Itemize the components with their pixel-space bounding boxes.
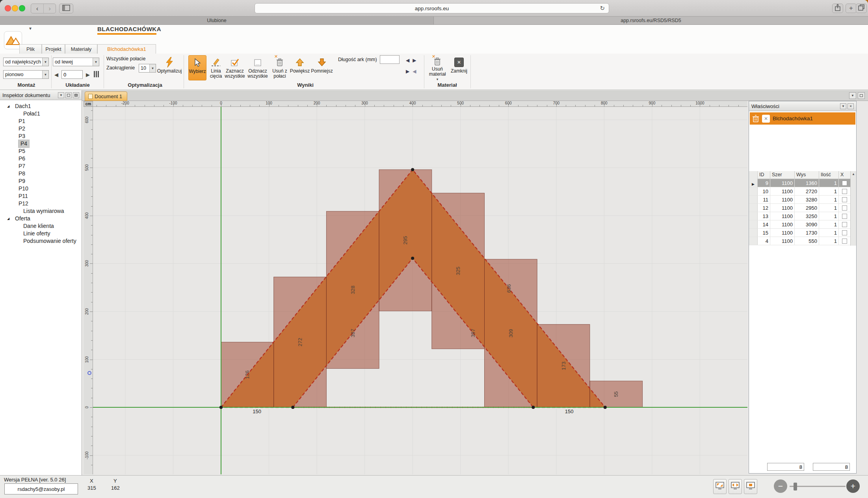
inspector-title-bar[interactable]: Inspektor dokumentu ▼ [0, 90, 82, 100]
ribbon-tab-blchodachowka1[interactable]: Blchodachówka1 [97, 44, 156, 54]
prev-sheet-icon[interactable]: ◀ [406, 58, 409, 63]
tree-item-p2[interactable]: P2 [0, 125, 82, 132]
tree-item-dach1[interactable]: ◢Dach1 [0, 103, 82, 110]
row-checkbox[interactable] [842, 181, 847, 186]
footer-input-2[interactable] [813, 463, 850, 471]
sort-order-select[interactable]: od największych▼ [3, 58, 49, 66]
tree-item-p5[interactable]: P5 [0, 147, 82, 155]
tree-expander-icon[interactable]: ◢ [7, 215, 9, 222]
tree-item-p1[interactable]: P1 [0, 118, 82, 125]
zoom-out-circle-button[interactable]: − [774, 479, 787, 493]
remove-material-button[interactable]: ✕ Usuń materiał ▾ [427, 55, 448, 82]
material-row-11[interactable]: 11110032801 [749, 196, 851, 204]
table-scrollbar[interactable]: ▲ [850, 171, 856, 246]
properties-title-bar[interactable]: Właściwości ▼ ✕ [749, 101, 856, 111]
material-row-13[interactable]: 13110032501 [749, 212, 851, 220]
align-from-select[interactable]: od lewej▼ [53, 58, 99, 66]
tree-item-p10[interactable]: P10 [0, 185, 82, 192]
optimize-button[interactable]: Optymalizuj [157, 55, 182, 80]
vertex-dot[interactable] [411, 257, 414, 260]
row-checkbox[interactable] [842, 239, 847, 244]
tree-expander-icon[interactable]: ◢ [7, 103, 9, 110]
material-row-4[interactable]: 411005501 [749, 237, 851, 245]
column-header-1[interactable]: Szer [770, 171, 795, 179]
roof-drawing[interactable]: 13627232829532530917355397397636150150 [93, 107, 747, 474]
ribbon-tab-plik[interactable]: Plik [19, 44, 42, 54]
row-checkbox[interactable] [842, 214, 847, 219]
material-row-14[interactable]: 14110030901 [749, 220, 851, 229]
show-tabs-button[interactable] [856, 4, 867, 13]
row-checkbox[interactable] [842, 205, 847, 211]
offset-input[interactable] [61, 70, 83, 79]
panel-close-icon[interactable]: ✕ [848, 103, 854, 109]
tree-item-p7[interactable]: P7 [0, 162, 82, 170]
delete-material-icon[interactable] [752, 115, 759, 123]
new-tab-button[interactable]: + [846, 4, 857, 13]
tree-item-p8[interactable]: P8 [0, 170, 82, 177]
back-button[interactable]: ‹ [31, 4, 43, 13]
fit-view-button-3[interactable] [744, 479, 757, 494]
deselect-all-button[interactable]: Odznacz wszystkie [247, 55, 269, 80]
refresh-icon[interactable]: ↻ [600, 5, 605, 12]
vertex-dot[interactable] [291, 406, 294, 409]
browser-tab-current[interactable]: app.rsroofs.eu/RSD5/RSD5 [433, 17, 868, 24]
columns-icon[interactable] [94, 71, 99, 77]
close-material-button[interactable]: ✕ Zamknij [449, 55, 469, 80]
orientation-select[interactable]: pionowo▼ [3, 70, 49, 79]
column-header-0[interactable]: ID [758, 171, 770, 179]
close-window-button[interactable] [5, 5, 11, 11]
move-left-icon[interactable]: ◀ [413, 69, 416, 74]
tree-item-lista-wymiarowa[interactable]: Lista wymiarowa [0, 207, 82, 215]
zoom-in-circle-button[interactable]: + [846, 479, 860, 493]
remove-from-slope-button[interactable]: ✕ Usuń z połaci [270, 55, 289, 80]
panel-dock-icon[interactable] [73, 92, 79, 98]
zoom-slider-handle[interactable] [794, 483, 797, 491]
vertex-dot[interactable] [532, 406, 535, 409]
vertex-dot[interactable] [411, 168, 414, 171]
material-row-10[interactable]: 10110027201 [749, 187, 851, 196]
tree-item-p12[interactable]: P12 [0, 200, 82, 207]
shift-right-button[interactable]: ▶ [84, 71, 91, 78]
browser-tab-favorites[interactable]: Ulubione [0, 17, 433, 24]
zoom-slider-track[interactable] [790, 486, 846, 487]
tree-item-p6[interactable]: P6 [0, 155, 82, 162]
material-row-12[interactable]: 12110029501 [749, 204, 851, 212]
select-all-button[interactable]: Zaznacz wszystkie [225, 55, 245, 80]
zoom-out-button[interactable]: Pomniejsz [310, 55, 333, 80]
shift-left-button[interactable]: ◀ [53, 71, 60, 78]
zoom-window-button[interactable] [19, 5, 25, 11]
forward-button[interactable]: › [43, 4, 56, 13]
column-header-3[interactable]: Ilość [819, 171, 839, 179]
ribbon-tab-projekt[interactable]: Projekt [42, 44, 65, 54]
panel-float-icon[interactable] [65, 92, 72, 98]
panel-menu-icon[interactable]: ▼ [58, 92, 64, 98]
sheet-length-input[interactable] [380, 55, 400, 64]
panel-collapse-icon[interactable]: ▼ [840, 103, 846, 109]
scroll-up-icon[interactable]: ▲ [851, 171, 856, 176]
material-row-15[interactable]: 15110017301 [749, 229, 851, 237]
tree-item-p11[interactable]: P11 [0, 192, 82, 200]
fit-view-button-2[interactable] [729, 479, 742, 494]
share-button[interactable] [832, 4, 843, 13]
dock-menu-icon[interactable]: ▼ [849, 92, 856, 99]
row-checkbox[interactable] [842, 230, 847, 235]
row-checkbox[interactable] [842, 189, 847, 194]
material-row-9[interactable]: ▶9110013601 [749, 179, 851, 187]
tree-item-oferta[interactable]: ◢Oferta [0, 215, 82, 222]
material-header-row[interactable]: ✕ Blchodachówka1 [750, 112, 855, 125]
footer-input-1[interactable] [767, 463, 804, 471]
column-header-4[interactable]: X [839, 171, 851, 179]
tree-item-p4[interactable]: P4 [0, 140, 82, 147]
ribbon-tab-materialy[interactable]: Materiały [65, 44, 97, 54]
tree-item-linie-oferty[interactable]: Linie oferty [0, 230, 82, 237]
row-checkbox[interactable] [842, 222, 847, 227]
deselect-material-button[interactable]: ✕ [762, 115, 770, 123]
cut-line-button[interactable]: Linia cięcia [208, 55, 224, 80]
minimize-window-button[interactable] [12, 5, 18, 11]
tree-item-p9[interactable]: P9 [0, 177, 82, 185]
select-tool-button[interactable]: Wybierz [188, 55, 206, 80]
tree-item-po-a-1[interactable]: Połać1 [0, 110, 82, 118]
document-tab[interactable]: Document 1 [85, 91, 127, 101]
move-right-icon[interactable]: ▶ [406, 69, 409, 74]
vertex-dot[interactable] [604, 406, 607, 409]
